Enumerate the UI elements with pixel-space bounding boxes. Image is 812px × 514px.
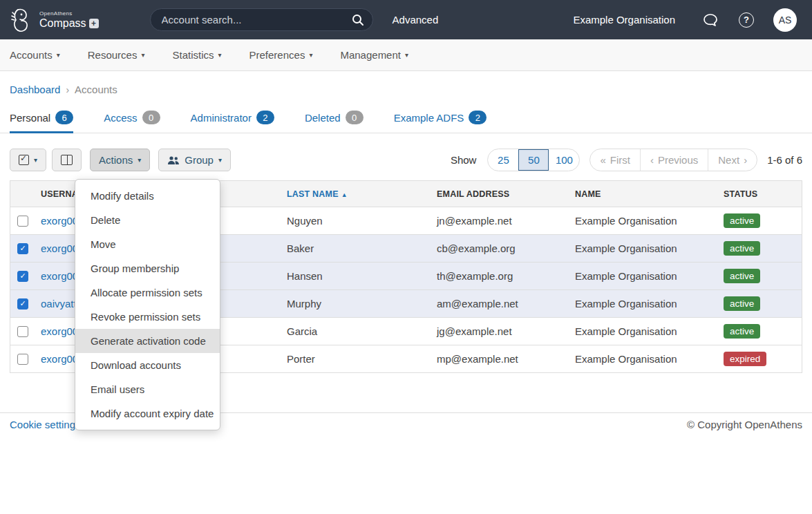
copyright-text: © Copyright OpenAthens [687, 419, 802, 430]
brand-large: Compass [39, 18, 86, 29]
chevron-right-icon: › [744, 154, 747, 166]
col-name[interactable]: NAME [575, 189, 724, 199]
nav-preferences[interactable]: Preferences ▾ [249, 49, 313, 61]
breadcrumb-dashboard[interactable]: Dashboard [10, 84, 60, 95]
breadcrumb-accounts: Accounts [75, 84, 117, 95]
chevron-down-icon: ▾ [218, 51, 221, 59]
account-search-input[interactable] [162, 14, 352, 26]
people-icon [167, 155, 180, 165]
name-cell: Example Organisation [575, 270, 724, 282]
page-size-100[interactable]: 100 [549, 149, 579, 171]
nav-resources[interactable]: Resources ▾ [88, 49, 145, 61]
email-cell: mp@example.net [437, 353, 575, 365]
tab-administrator[interactable]: Administrator 2 [191, 111, 274, 133]
menu-item-revoke-permission-sets[interactable]: Revoke permission sets [75, 305, 220, 329]
menu-item-email-users[interactable]: Email users [75, 377, 220, 401]
chevron-down-icon: ▾ [405, 51, 408, 59]
count-badge: 6 [55, 111, 73, 124]
menu-item-download-accounts[interactable]: Download accounts [75, 353, 220, 377]
chevron-left-icon: ‹ [650, 154, 654, 166]
status-badge: active [724, 269, 760, 283]
chevron-down-icon: ▾ [141, 51, 144, 59]
page-size-25[interactable]: 25 [488, 149, 518, 171]
row-checkbox[interactable] [17, 243, 28, 254]
count-badge: 0 [346, 111, 363, 124]
name-cell: Example Organisation [575, 215, 724, 227]
chevron-down-icon: ▾ [309, 51, 312, 59]
last-name-cell: Murphy [287, 298, 437, 310]
status-badge: expired [724, 352, 766, 366]
brand-small: OpenAthens [39, 11, 99, 17]
menu-item-modify-details[interactable]: Modify details [75, 184, 220, 208]
tab-access[interactable]: Access 0 [104, 111, 160, 133]
advanced-search-link[interactable]: Advanced [393, 14, 439, 26]
count-badge: 2 [256, 111, 274, 124]
menu-item-allocate-permission-sets[interactable]: Allocate permission sets [75, 280, 220, 305]
last-name-cell: Baker [287, 242, 437, 254]
email-cell: jg@example.net [437, 325, 575, 337]
email-cell: jn@example.net [437, 215, 575, 227]
plus-badge-icon: + [89, 19, 99, 28]
sort-asc-icon: ▲ [341, 191, 348, 198]
select-all-button[interactable]: ▾ [10, 149, 46, 171]
first-page-button[interactable]: « First [590, 149, 640, 171]
columns-icon [61, 155, 73, 165]
nav-statistics[interactable]: Statistics ▾ [172, 49, 221, 61]
search-icon[interactable] [352, 14, 364, 26]
row-checkbox[interactable] [17, 216, 28, 227]
count-badge: 2 [469, 111, 487, 124]
chevron-down-icon: ▾ [218, 156, 222, 164]
last-name-cell: Hansen [287, 270, 437, 282]
menu-item-group-membership[interactable]: Group membership [75, 256, 220, 280]
row-checkbox[interactable] [17, 298, 28, 310]
user-avatar[interactable]: AS [773, 8, 797, 32]
name-cell: Example Organisation [575, 242, 724, 254]
row-checkbox[interactable] [17, 354, 28, 365]
show-label: Show [451, 154, 477, 166]
breadcrumb-separator-icon: › [66, 84, 69, 95]
menu-item-delete[interactable]: Delete [75, 208, 220, 232]
chat-icon[interactable] [701, 11, 719, 29]
pager-group: « First ‹ Previous Next › [589, 149, 757, 171]
row-checkbox[interactable] [17, 326, 28, 337]
name-cell: Example Organisation [575, 353, 724, 365]
tab-personal[interactable]: Personal 6 [10, 111, 73, 133]
count-badge: 0 [142, 111, 160, 124]
email-cell: th@example.org [437, 270, 575, 282]
cookie-settings-link[interactable]: Cookie settings [10, 419, 81, 430]
next-page-button[interactable]: Next › [708, 149, 757, 171]
main-nav: Accounts ▾ Resources ▾ Statistics ▾ Pref… [0, 39, 812, 71]
account-tabs: Personal 6 Access 0 Administrator 2 Dele… [0, 95, 812, 133]
page-size-group: 25 50 100 [487, 149, 580, 171]
table-toolbar: ▾ Actions ▾ Group ▾ Show 25 50 100 « Fir… [0, 133, 812, 171]
account-search-box[interactable] [150, 8, 373, 31]
logo-text: OpenAthens Compass + [39, 11, 99, 29]
name-cell: Example Organisation [575, 325, 724, 337]
last-name-cell: Porter [287, 353, 437, 365]
tab-example-adfs[interactable]: Example ADFS 2 [394, 111, 487, 133]
page-size-50[interactable]: 50 [518, 149, 549, 171]
actions-dropdown-menu: Modify details Delete Move Group members… [75, 179, 220, 430]
actions-button[interactable]: Actions ▾ [90, 149, 150, 171]
email-cell: am@example.net [437, 298, 575, 310]
columns-button[interactable] [52, 149, 82, 171]
col-last-name[interactable]: LAST NAME▲ [287, 189, 437, 199]
menu-item-move[interactable]: Move [75, 232, 220, 256]
help-icon[interactable]: ? [737, 11, 755, 29]
group-button[interactable]: Group ▾ [158, 149, 231, 171]
menu-item-generate-activation-code[interactable]: Generate activation code [75, 329, 220, 353]
row-checkbox[interactable] [17, 271, 28, 282]
col-email[interactable]: EMAIL ADDRESS [437, 189, 575, 199]
checkbox-icon [19, 155, 29, 165]
openathens-logo[interactable]: OpenAthens Compass + [8, 6, 99, 35]
previous-page-button[interactable]: ‹ Previous [640, 149, 708, 171]
owl-icon [8, 6, 35, 35]
last-name-cell: Garcia [287, 325, 437, 337]
menu-item-modify-account-expiry-date[interactable]: Modify account expiry date [75, 401, 220, 426]
double-chevron-left-icon: « [600, 154, 605, 166]
tab-deleted[interactable]: Deleted 0 [305, 111, 363, 133]
nav-management[interactable]: Management ▾ [340, 49, 408, 61]
col-status[interactable]: STATUS [724, 189, 802, 199]
status-badge: active [724, 324, 760, 339]
nav-accounts[interactable]: Accounts ▾ [10, 49, 60, 61]
